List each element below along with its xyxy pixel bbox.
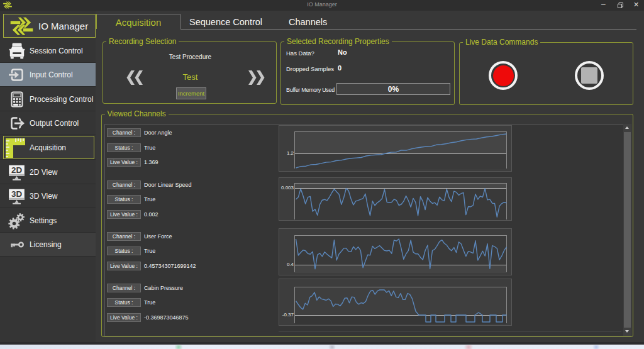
svg-text:3D: 3D — [11, 189, 22, 199]
svg-text:2D: 2D — [11, 165, 22, 175]
